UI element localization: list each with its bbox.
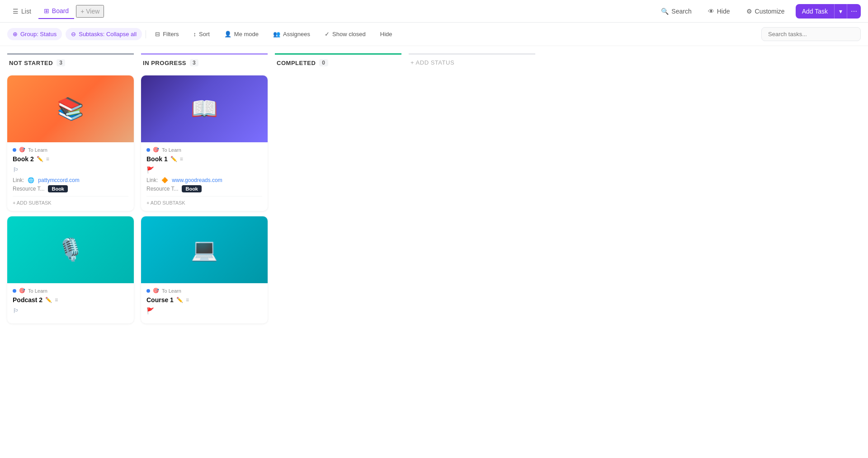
search-tasks-input[interactable] bbox=[761, 27, 861, 41]
show-closed-label: Show closed bbox=[332, 31, 366, 37]
assignees-button[interactable]: 👥 Assignees bbox=[268, 28, 316, 40]
link-label-book2: Link: bbox=[13, 177, 24, 183]
add-task-label[interactable]: Add Task bbox=[796, 4, 834, 19]
book2-emoji: 📚 bbox=[57, 96, 84, 122]
column-not-started: NOT STARTED 3 📚 🎯 To Learn Book 2 ✏️ ≡ 🏳 bbox=[7, 53, 134, 329]
meta-dot-book2 bbox=[13, 148, 16, 152]
tab-board[interactable]: ⊞ Board bbox=[38, 4, 74, 19]
list-icon: ☰ bbox=[13, 8, 19, 15]
link-label-book1: Link: bbox=[146, 177, 158, 183]
customize-button[interactable]: ⚙ Customize bbox=[741, 5, 790, 18]
course1-emoji: 💻 bbox=[191, 237, 218, 262]
card-body-podcast2: 🎯 To Learn Podcast 2 ✏️ ≡ 🏳 bbox=[7, 283, 134, 323]
title-text-course1: Course 1 bbox=[146, 296, 174, 304]
board: NOT STARTED 3 📚 🎯 To Learn Book 2 ✏️ ≡ 🏳 bbox=[0, 46, 868, 458]
title-text-podcast2: Podcast 2 bbox=[13, 296, 42, 304]
not-started-count: 3 bbox=[57, 59, 65, 66]
column-in-progress: IN PROGRESS 3 📖 🎯 To Learn Book 1 ✏️ ≡ 🚩 bbox=[141, 53, 268, 329]
card-title-podcast2: Podcast 2 ✏️ ≡ bbox=[13, 296, 128, 304]
tab-view[interactable]: + View bbox=[76, 5, 104, 18]
add-task-caret-icon[interactable]: ▾ bbox=[834, 4, 847, 19]
menu-icon-book2[interactable]: ≡ bbox=[46, 156, 49, 162]
add-task-extra-icon[interactable]: ⋯ bbox=[847, 4, 861, 19]
column-header-in-progress: IN PROGRESS 3 bbox=[141, 53, 268, 71]
me-mode-button[interactable]: 👤 Me mode bbox=[219, 28, 264, 40]
card-course1[interactable]: 💻 🎯 To Learn Course 1 ✏️ ≡ 🚩 bbox=[141, 216, 268, 323]
column-add-status[interactable]: + ADD STATUS bbox=[409, 53, 535, 75]
eye-icon: 👁 bbox=[708, 8, 714, 15]
hide-toolbar-button[interactable]: Hide bbox=[375, 28, 398, 40]
search-icon: 🔍 bbox=[661, 8, 669, 15]
sort-label: Sort bbox=[199, 31, 210, 37]
meta-label-book2: To Learn bbox=[28, 147, 47, 153]
completed-count: 0 bbox=[319, 59, 328, 66]
completed-label: COMPLETED bbox=[277, 60, 316, 66]
podcast2-emoji: 🎙️ bbox=[57, 237, 84, 262]
column-header-not-started: NOT STARTED 3 bbox=[7, 53, 134, 71]
group-status-chip[interactable]: ⊕ Group: Status bbox=[7, 28, 62, 40]
menu-icon-course1[interactable]: ≡ bbox=[186, 297, 189, 303]
tag-book1: Book bbox=[182, 185, 202, 192]
meta-dot-podcast2 bbox=[13, 289, 16, 293]
filters-label: Filters bbox=[163, 31, 179, 37]
edit-icon-book1[interactable]: ✏️ bbox=[170, 156, 177, 162]
show-closed-icon: ✓ bbox=[325, 31, 330, 37]
subtasks-chip[interactable]: ⊖ Subtasks: Collapse all bbox=[66, 28, 142, 40]
add-subtask-book2[interactable]: + ADD SUBTASK bbox=[13, 196, 128, 206]
add-subtask-book1[interactable]: + ADD SUBTASK bbox=[146, 196, 262, 206]
subtasks-icon: ⊖ bbox=[71, 31, 76, 37]
sort-button[interactable]: ↕ Sort bbox=[188, 28, 215, 40]
card-title-course1: Course 1 ✏️ ≡ bbox=[146, 296, 262, 304]
filters-button[interactable]: ⊟ Filters bbox=[150, 28, 184, 40]
card-podcast2[interactable]: 🎙️ 🎯 To Learn Podcast 2 ✏️ ≡ 🏳 bbox=[7, 216, 134, 323]
card-link-row-book1: Link: 🔶 www.goodreads.com bbox=[146, 177, 262, 183]
edit-icon-podcast2[interactable]: ✏️ bbox=[45, 297, 52, 303]
me-mode-label: Me mode bbox=[234, 31, 259, 37]
in-progress-label: IN PROGRESS bbox=[143, 60, 186, 66]
tab-list[interactable]: ☰ List bbox=[7, 4, 37, 19]
resource-label-book1: Resource T... bbox=[146, 186, 178, 192]
card-flag-course1: 🚩 bbox=[146, 307, 262, 314]
gear-icon: ⚙ bbox=[746, 8, 752, 15]
top-nav: ☰ List ⊞ Board + View 🔍 Search 👁 Hide ⚙ … bbox=[0, 0, 868, 23]
hide-button[interactable]: 👁 Hide bbox=[703, 5, 736, 18]
meta-label-book1: To Learn bbox=[162, 147, 181, 153]
card-image-podcast2: 🎙️ bbox=[7, 216, 134, 283]
menu-icon-book1[interactable]: ≡ bbox=[180, 156, 183, 162]
meta-emoji-podcast2: 🎯 bbox=[19, 288, 25, 294]
title-text-book1: Book 1 bbox=[146, 155, 168, 163]
card-image-course1: 💻 bbox=[141, 216, 268, 283]
assignees-label: Assignees bbox=[283, 31, 310, 37]
card-flag-podcast2: 🏳 bbox=[13, 307, 128, 314]
card-resource-row-book2: Resource T... Book bbox=[13, 185, 128, 192]
group-icon: ⊕ bbox=[13, 31, 18, 37]
search-button[interactable]: 🔍 Search bbox=[656, 5, 697, 18]
edit-icon-course1[interactable]: ✏️ bbox=[176, 297, 183, 303]
edit-icon-book2[interactable]: ✏️ bbox=[37, 156, 43, 162]
card-book1[interactable]: 📖 🎯 To Learn Book 1 ✏️ ≡ 🚩 Link: 🔶 www bbox=[141, 75, 268, 211]
meta-dot-course1 bbox=[146, 289, 150, 293]
resource-label-book2: Resource T... bbox=[13, 186, 44, 192]
tag-book2: Book bbox=[48, 185, 68, 192]
show-closed-button[interactable]: ✓ Show closed bbox=[319, 28, 371, 40]
card-flag-book1: 🚩 bbox=[146, 166, 262, 173]
menu-icon-podcast2[interactable]: ≡ bbox=[55, 297, 58, 303]
card-title-book1: Book 1 ✏️ ≡ bbox=[146, 155, 262, 163]
search-label: Search bbox=[671, 8, 691, 15]
card-meta-book1: 🎯 To Learn bbox=[146, 147, 262, 153]
column-header-add-status[interactable]: + ADD STATUS bbox=[409, 53, 535, 70]
tab-list-label: List bbox=[21, 8, 31, 15]
card-image-book2: 📚 bbox=[7, 75, 134, 142]
card-link-row-book2: Link: 🌐 pattymccord.com bbox=[13, 177, 128, 183]
card-meta-podcast2: 🎯 To Learn bbox=[13, 288, 128, 294]
tab-board-label: Board bbox=[52, 7, 69, 14]
subtasks-label: Subtasks: Collapse all bbox=[79, 31, 137, 37]
card-book2[interactable]: 📚 🎯 To Learn Book 2 ✏️ ≡ 🏳 Link: 🌐 pat bbox=[7, 75, 134, 211]
add-task-button[interactable]: Add Task ▾ ⋯ bbox=[796, 4, 861, 19]
link-text-book1[interactable]: www.goodreads.com bbox=[172, 177, 222, 183]
title-text-book2: Book 2 bbox=[13, 155, 34, 163]
group-status-label: Group: Status bbox=[20, 31, 57, 37]
card-resource-row-book1: Resource T... Book bbox=[146, 185, 262, 192]
link-text-book2[interactable]: pattymccord.com bbox=[38, 177, 79, 183]
me-mode-icon: 👤 bbox=[224, 31, 231, 37]
